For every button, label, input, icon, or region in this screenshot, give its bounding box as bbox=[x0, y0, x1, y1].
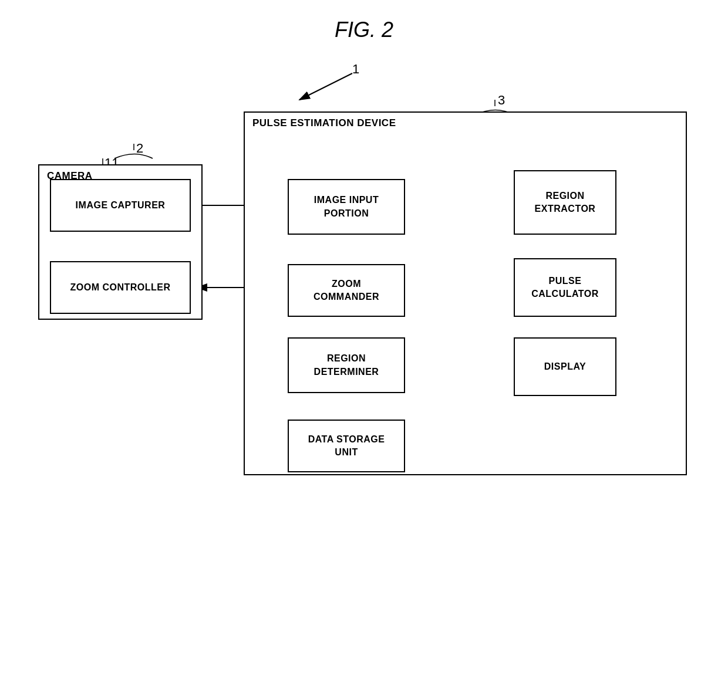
figure-title: FIG. 2 bbox=[335, 18, 393, 42]
region-extractor-box: REGIONEXTRACTOR bbox=[514, 170, 616, 235]
pulse-calculator-box: PULSECALCULATOR bbox=[514, 258, 616, 317]
data-storage-unit-box: DATA STORAGEUNIT bbox=[288, 420, 405, 472]
zoom-controller-box: ZOOM CONTROLLER bbox=[50, 261, 191, 314]
ref-2: 2 bbox=[136, 141, 143, 156]
svg-line-1 bbox=[299, 73, 352, 100]
ref-3: 3 bbox=[498, 93, 505, 108]
image-input-portion-box: IMAGE INPUTPORTION bbox=[288, 179, 405, 235]
zoom-commander-box: ZOOMCOMMANDER bbox=[288, 264, 405, 317]
image-capturer-box: IMAGE CAPTURER bbox=[50, 179, 191, 232]
ref-1: 1 bbox=[352, 62, 359, 77]
region-determiner-box: REGIONDETERMINER bbox=[288, 337, 405, 393]
pulse-device-outer-label: PULSE ESTIMATION DEVICE bbox=[252, 117, 396, 129]
display-box: DISPLAY bbox=[514, 337, 616, 396]
